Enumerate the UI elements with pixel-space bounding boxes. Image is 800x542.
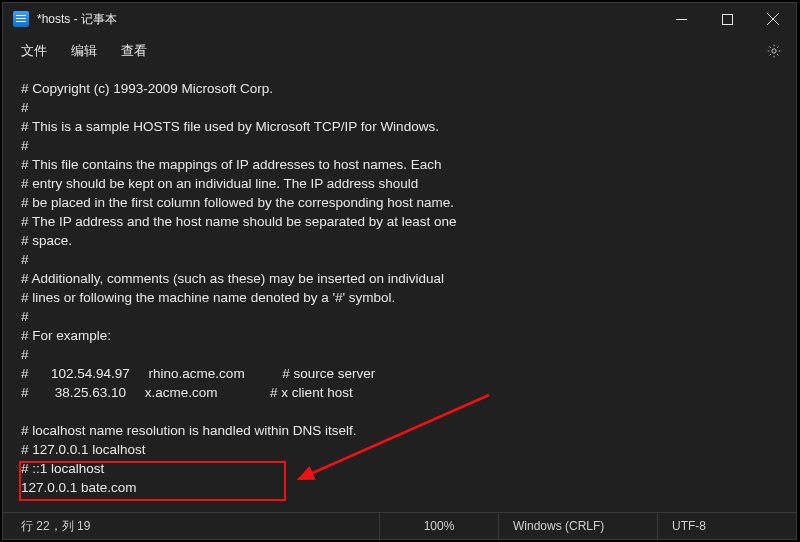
editor-line: # 127.0.0.1 localhost	[21, 440, 778, 459]
editor-line: # This is a sample HOSTS file used by Mi…	[21, 117, 778, 136]
menu-bar: 文件 编辑 查看	[3, 35, 796, 67]
window-title: *hosts - 记事本	[37, 11, 117, 28]
menu-edit[interactable]: 编辑	[59, 38, 109, 64]
editor-line: # 102.54.94.97 rhino.acme.com # source s…	[21, 364, 778, 383]
notepad-icon	[13, 11, 29, 27]
editor-line: #	[21, 250, 778, 269]
status-zoom[interactable]: 100%	[379, 513, 498, 539]
svg-point-4	[772, 49, 776, 53]
editor-line: #	[21, 307, 778, 326]
status-position: 行 22，列 19	[3, 513, 379, 539]
editor-line: #	[21, 98, 778, 117]
editor-line: # ::1 localhost	[21, 459, 778, 478]
close-button[interactable]	[750, 3, 796, 35]
editor-line: #	[21, 345, 778, 364]
settings-button[interactable]	[758, 35, 790, 67]
status-bar: 行 22，列 19 100% Windows (CRLF) UTF-8	[3, 512, 796, 539]
editor-line: #	[21, 136, 778, 155]
maximize-icon	[722, 14, 733, 25]
menu-view[interactable]: 查看	[109, 38, 159, 64]
status-encoding: UTF-8	[657, 513, 796, 539]
gear-icon	[766, 43, 782, 59]
status-line-ending: Windows (CRLF)	[498, 513, 657, 539]
editor-line: # Additionally, comments (such as these)…	[21, 269, 778, 288]
svg-rect-1	[722, 14, 732, 24]
editor-line: # space.	[21, 231, 778, 250]
editor-line: # For example:	[21, 326, 778, 345]
editor-line: # localhost name resolution is handled w…	[21, 421, 778, 440]
editor-line: # 38.25.63.10 x.acme.com # x client host	[21, 383, 778, 402]
text-editor[interactable]: # Copyright (c) 1993-2009 Microsoft Corp…	[3, 67, 796, 512]
title-bar[interactable]: *hosts - 记事本	[3, 3, 796, 35]
editor-line: # be placed in the first column followed…	[21, 193, 778, 212]
editor-line: # entry should be kept on an individual …	[21, 174, 778, 193]
maximize-button[interactable]	[704, 3, 750, 35]
editor-line: # Copyright (c) 1993-2009 Microsoft Corp…	[21, 79, 778, 98]
editor-line: # lines or following the machine name de…	[21, 288, 778, 307]
menu-file[interactable]: 文件	[9, 38, 59, 64]
minimize-button[interactable]	[658, 3, 704, 35]
editor-line: 127.0.0.1 bate.com	[21, 478, 778, 497]
close-icon	[767, 13, 779, 25]
editor-line: # The IP address and the host name shoul…	[21, 212, 778, 231]
minimize-icon	[676, 14, 687, 25]
app-window: *hosts - 记事本 文件 编辑 查看 # Copyright (c) 19…	[2, 2, 797, 540]
editor-line: # This file contains the mappings of IP …	[21, 155, 778, 174]
editor-line	[21, 402, 778, 421]
